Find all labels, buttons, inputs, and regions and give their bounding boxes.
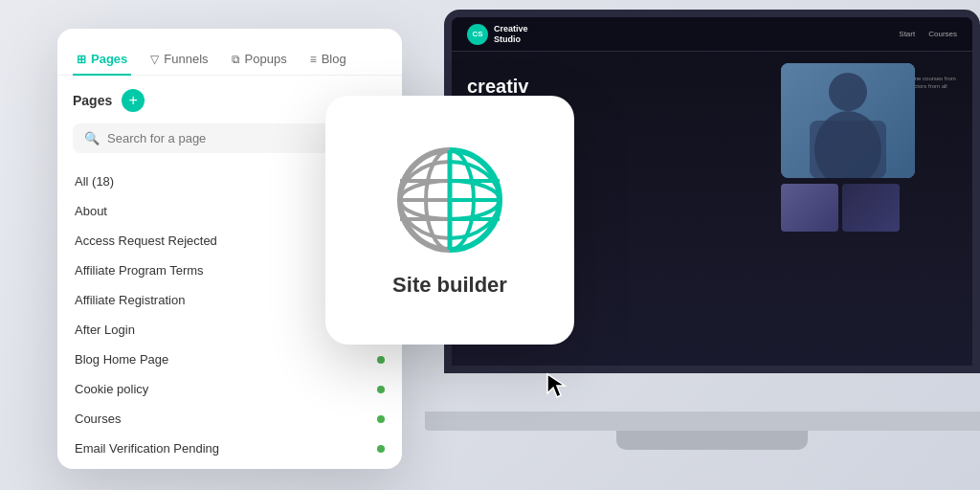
tab-popups[interactable]: ⧉ Popups <box>228 44 291 76</box>
funnels-tab-icon: ▽ <box>150 53 159 66</box>
page-item-name: After Login <box>75 323 135 337</box>
site-builder-card[interactable]: Site builder <box>325 96 574 345</box>
tab-blog-label: Blog <box>322 52 346 66</box>
laptop-nav-links: Start Courses <box>899 30 957 38</box>
list-item[interactable]: Blog Home Page <box>73 345 387 374</box>
list-item[interactable]: Courses <box>73 404 387 434</box>
status-dot-green <box>377 386 385 393</box>
laptop-person-image <box>781 63 915 178</box>
page-item-name: About <box>75 204 107 218</box>
tab-funnels-label: Funnels <box>164 52 208 66</box>
page-item-name: Email Verification Pending <box>75 441 219 456</box>
page-item-name: Courses <box>75 412 121 426</box>
page-item-name: Access Request Rejected <box>75 234 217 248</box>
status-dot-green <box>377 356 385 364</box>
person-svg <box>781 63 915 178</box>
page-item-name: Blog Home Page <box>75 352 168 367</box>
status-dot-green <box>377 445 385 453</box>
tab-blog[interactable]: ≡ Blog <box>306 44 350 76</box>
svg-point-0 <box>829 73 867 111</box>
page-item-name: All (18) <box>75 174 114 189</box>
page-item-name: Affiliate Program Terms <box>75 263 204 278</box>
blog-tab-icon: ≡ <box>310 53 317 66</box>
pages-tab-icon: ⊞ <box>77 53 86 66</box>
laptop-small-img-2 <box>842 184 900 232</box>
list-item[interactable]: Email Verification Pending <box>73 434 387 463</box>
page-item-name: Cookie policy <box>75 382 148 396</box>
laptop-nav-courses: Courses <box>928 30 957 38</box>
page-item-name: Affiliate Registration <box>75 293 185 307</box>
search-icon: 🔍 <box>84 131 100 145</box>
laptop-nav: CS Creative Studio Start Courses <box>452 17 972 52</box>
tab-bar: ⊞ Pages ▽ Funnels ⧉ Popups ≡ Blog <box>57 29 402 76</box>
laptop-base <box>425 412 980 431</box>
tab-pages[interactable]: ⊞ Pages <box>73 44 131 76</box>
list-item[interactable]: Cookie policy <box>73 374 387 404</box>
tab-funnels[interactable]: ▽ Funnels <box>146 44 212 76</box>
laptop-logo-icon: CS <box>467 24 488 45</box>
laptop-small-img-1 <box>781 184 838 232</box>
laptop-logo-text: Creative Studio <box>494 24 528 45</box>
laptop-logo: CS Creative Studio <box>467 24 528 45</box>
pages-section-label: Pages <box>73 93 112 108</box>
laptop-main-image <box>781 63 915 178</box>
laptop-nav-start: Start <box>899 30 915 38</box>
globe-svg <box>392 143 507 257</box>
tab-popups-label: Popups <box>245 52 287 66</box>
laptop-bottom <box>616 431 808 450</box>
globe-icon <box>392 143 507 257</box>
tab-pages-label: Pages <box>91 52 127 66</box>
popups-tab-icon: ⧉ <box>232 53 240 66</box>
status-dot-green <box>377 415 385 423</box>
add-page-button[interactable]: + <box>122 89 145 112</box>
svg-rect-2 <box>810 121 886 178</box>
laptop-hero-images <box>781 52 972 366</box>
laptop-small-images <box>781 184 961 232</box>
site-builder-title: Site builder <box>392 273 507 298</box>
cursor-icon <box>546 372 572 399</box>
svg-marker-22 <box>547 374 565 397</box>
